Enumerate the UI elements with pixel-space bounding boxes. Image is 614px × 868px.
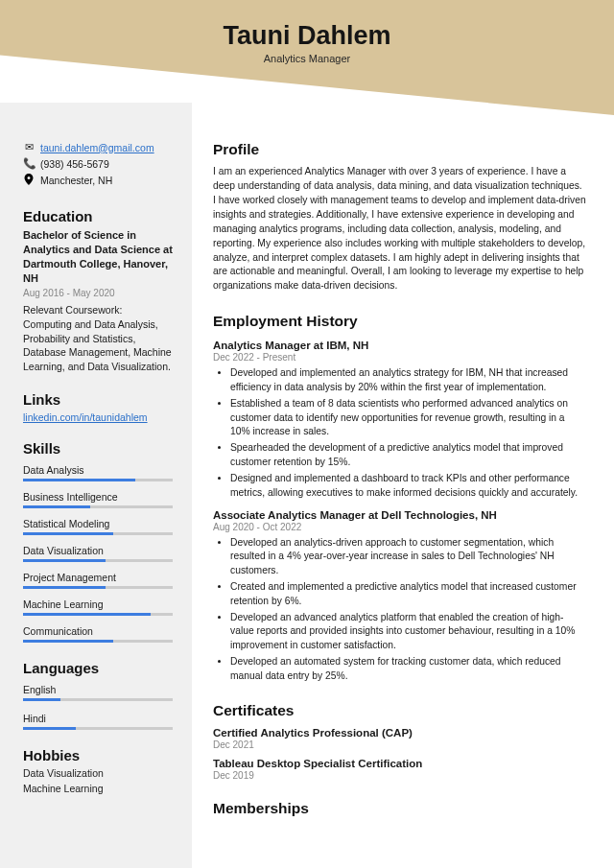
languages-heading: Languages [23, 660, 173, 676]
job-bullet: Developed an automated system for tracki… [230, 655, 587, 683]
skill-name: Communication [23, 622, 173, 637]
employment-heading: Employment History [213, 313, 587, 330]
language-name: Hindi [23, 709, 173, 724]
skill-level [23, 559, 106, 562]
contact-phone-row: 📞 (938) 456-5679 [23, 157, 173, 170]
job-title: Associate Analytics Manager at Dell Tech… [213, 509, 587, 521]
memberships-heading: Memberships [213, 800, 587, 817]
job-bullet: Developed an analytics-driven approach t… [230, 536, 587, 577]
job-title: Analytics Manager at IBM, NH [213, 340, 587, 351]
education-dates: Aug 2016 - May 2020 [23, 288, 173, 298]
header: Tauni Dahlem Analytics Manager [0, 0, 614, 103]
contact-location-row: Manchester, NH [23, 174, 173, 187]
profile-heading: Profile [213, 141, 587, 158]
job-bullet: Created and implemented a predictive ana… [230, 580, 587, 608]
language-level [23, 727, 76, 730]
location-text: Manchester, NH [40, 175, 112, 186]
main-content: Profile I am an experienced Analytics Ma… [192, 103, 614, 868]
hobbies-heading: Hobbies [23, 747, 173, 763]
skill-bar [23, 505, 173, 508]
skill-bar [23, 479, 173, 481]
language-bar [23, 727, 173, 730]
profile-text: I am an experienced Analytics Manager wi… [213, 165, 587, 293]
sidebar: ✉ tauni.dahlem@gmail.com 📞 (938) 456-567… [0, 103, 192, 868]
cert-title: Tableau Desktop Specialist Certification [213, 758, 587, 769]
link[interactable]: linkedin.com/in/taunidahlem [23, 411, 148, 423]
skill-bar [23, 586, 173, 589]
skill-bar [23, 559, 173, 562]
skill-item: Communication [23, 622, 173, 643]
location-icon [23, 174, 35, 187]
skills-heading: Skills [23, 440, 173, 457]
skill-level [23, 613, 151, 616]
contact-email-row: ✉ tauni.dahlem@gmail.com [23, 141, 173, 153]
skill-name: Data Visualization [23, 541, 173, 556]
skill-name: Statistical Modeling [23, 514, 173, 529]
skill-name: Machine Learning [23, 595, 173, 610]
skill-level [23, 505, 90, 508]
education-heading: Education [23, 208, 173, 224]
job-bullets: Developed an analytics-driven approach t… [213, 536, 587, 683]
language-item: Hindi [23, 709, 173, 730]
skill-item: Business Intelligence [23, 487, 173, 508]
job-bullet: Spearheaded the development of a predict… [230, 441, 587, 469]
education-degree: Bachelor of Science in Analytics and Dat… [23, 228, 173, 285]
certificates-heading: Certificates [213, 702, 587, 719]
job-dates: Aug 2020 - Oct 2022 [213, 522, 587, 532]
skill-item: Project Management [23, 568, 173, 589]
skill-item: Data Visualization [23, 541, 173, 562]
job-bullet: Developed an advanced analytics platform… [230, 611, 587, 652]
phone-icon: 📞 [23, 157, 35, 170]
job-bullet: Developed and implemented an analytics s… [230, 366, 587, 394]
language-name: English [23, 680, 173, 695]
cert-title: Certified Analytics Professional (CAP) [213, 727, 587, 739]
job-bullets: Developed and implemented an analytics s… [213, 366, 587, 500]
phone-text: (938) 456-5679 [40, 158, 109, 170]
skill-level [23, 532, 113, 535]
skill-level [23, 586, 106, 589]
education-desc: Relevant Coursework: Computing and Data … [23, 303, 173, 373]
hobby-item: Data Visualization [23, 767, 173, 781]
skill-bar [23, 532, 173, 535]
skill-item: Statistical Modeling [23, 514, 173, 535]
links-heading: Links [23, 391, 173, 408]
skill-bar [23, 613, 173, 616]
skill-item: Machine Learning [23, 595, 173, 616]
job-bullet: Established a team of 8 data scientists … [230, 397, 587, 438]
hobby-item: Machine Learning [23, 783, 173, 796]
job-bullet: Designed and implemented a dashboard to … [230, 472, 587, 500]
person-name: Tauni Dahlem [0, 21, 614, 51]
language-item: English [23, 680, 173, 701]
skill-name: Data Analysis [23, 460, 173, 476]
skill-name: Project Management [23, 568, 173, 583]
skill-level [23, 479, 135, 481]
email-link[interactable]: tauni.dahlem@gmail.com [40, 142, 154, 153]
email-icon: ✉ [23, 141, 35, 153]
skill-item: Data Analysis [23, 460, 173, 481]
link-item: linkedin.com/in/taunidahlem [23, 411, 173, 423]
language-level [23, 698, 60, 701]
person-title: Analytics Manager [0, 53, 614, 64]
cert-date: Dec 2019 [213, 770, 587, 781]
skill-name: Business Intelligence [23, 487, 173, 503]
cert-date: Dec 2021 [213, 739, 587, 750]
language-bar [23, 698, 173, 701]
skill-level [23, 640, 113, 643]
skill-bar [23, 640, 173, 643]
job-dates: Dec 2022 - Present [213, 352, 587, 363]
